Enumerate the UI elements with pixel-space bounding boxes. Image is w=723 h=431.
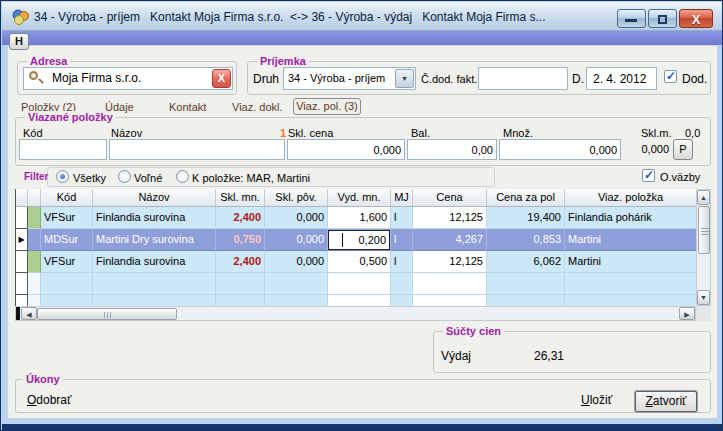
cdod-input[interactable] xyxy=(478,67,568,90)
h-toolbar-button[interactable]: H xyxy=(9,33,29,50)
table-cell[interactable] xyxy=(328,273,391,295)
table-cell[interactable] xyxy=(216,273,265,295)
table-cell[interactable]: 0,000 xyxy=(265,229,328,251)
scroll-right-button[interactable]: ▶ xyxy=(679,307,695,320)
table-cell[interactable]: 2,400 xyxy=(216,207,265,229)
skl-cena-input[interactable] xyxy=(287,139,405,160)
column-header-blank[interactable] xyxy=(28,189,41,206)
table-cell[interactable] xyxy=(93,295,216,306)
table-cell[interactable] xyxy=(28,229,41,251)
date-input[interactable] xyxy=(586,67,657,90)
row-selector[interactable] xyxy=(16,207,28,229)
table-cell[interactable]: l xyxy=(391,207,413,229)
table-cell[interactable]: Martini xyxy=(565,251,696,273)
minimize-button[interactable] xyxy=(617,9,646,28)
table-cell[interactable]: 12,125 xyxy=(413,251,487,273)
table-cell[interactable] xyxy=(16,273,28,295)
column-header-4[interactable]: Skl. pôv. xyxy=(265,189,328,206)
table-row-empty[interactable] xyxy=(16,295,696,306)
table-cell[interactable]: 12,125 xyxy=(413,207,487,229)
table-cell[interactable]: 4,267 xyxy=(413,229,487,251)
table-cell[interactable]: VFSur xyxy=(41,207,93,229)
column-header-9[interactable]: Viaz. položka xyxy=(565,189,696,206)
ulozit-action[interactable]: Uložiť xyxy=(581,393,612,407)
table-cell[interactable]: 1,600 xyxy=(328,207,391,229)
bal-input[interactable] xyxy=(407,139,497,160)
vyd-mn-edit-cell[interactable]: 0,200 xyxy=(328,230,390,250)
table-cell[interactable]: 2,400 xyxy=(216,251,265,273)
table-cell[interactable] xyxy=(413,295,487,306)
column-header-6[interactable]: MJ xyxy=(391,189,413,206)
tab-viaz-pol-active[interactable]: Viaz. pol. (3) xyxy=(293,98,361,115)
table-cell[interactable]: 0,853 xyxy=(487,229,565,251)
druh-combobox[interactable]: 34 - Výroba - príjem ▼ xyxy=(283,67,416,90)
table-cell[interactable]: Finlandia surovina xyxy=(93,207,216,229)
vertical-scroll-thumb[interactable] xyxy=(698,206,710,254)
table-cell[interactable]: VFSur xyxy=(41,251,93,273)
table-cell[interactable] xyxy=(28,295,41,306)
table-cell[interactable]: Martini xyxy=(565,229,696,251)
horizontal-scroll-thumb[interactable] xyxy=(37,308,177,320)
titlebar[interactable]: 34 - Výroba - príjem Kontakt Moja Firma … xyxy=(2,2,723,31)
close-button[interactable]: X xyxy=(679,9,713,28)
radio-k-polozke[interactable] xyxy=(176,170,189,183)
table-cell[interactable] xyxy=(93,273,216,295)
viazane-polozky-table[interactable]: KódNázovSkl. mn.Skl. pôv.Vyd. mn.MJCenaC… xyxy=(15,189,696,306)
tab-viaz-dokl[interactable]: Viaz. dokl. xyxy=(232,101,283,113)
ovazby-checkbox[interactable] xyxy=(642,169,655,182)
column-header-7[interactable]: Cena xyxy=(413,189,487,206)
table-row[interactable]: VFSurFinlandia surovina2,4000,0000,500l1… xyxy=(16,251,696,273)
table-cell[interactable]: 0,200 xyxy=(328,229,391,251)
table-cell[interactable] xyxy=(265,273,328,295)
table-cell[interactable]: Martini Dry surovina xyxy=(93,229,216,251)
table-cell[interactable] xyxy=(565,295,696,306)
vertical-scrollbar[interactable]: ▲ ▼ xyxy=(696,189,711,306)
chevron-down-icon[interactable]: ▼ xyxy=(395,69,414,88)
adresa-field[interactable]: Moja Firma s.r.o. xyxy=(23,67,233,90)
scroll-left-button[interactable]: ◀ xyxy=(21,307,37,320)
scroll-up-button[interactable]: ▲ xyxy=(697,190,710,205)
table-row[interactable]: VFSurFinlandia surovina2,4000,0001,600l1… xyxy=(16,207,696,229)
tab-kontakt[interactable]: Kontakt xyxy=(169,101,206,113)
table-row-selected[interactable]: ▶MDSurMartini Dry surovina0,7500,0000,20… xyxy=(16,229,696,251)
table-cell[interactable]: l xyxy=(391,229,413,251)
table-cell[interactable]: MDSur xyxy=(41,229,93,251)
column-header-3[interactable]: Skl. mn. xyxy=(216,189,265,206)
table-cell[interactable] xyxy=(216,295,265,306)
dod-checkbox[interactable] xyxy=(664,70,677,83)
zatvorit-button[interactable]: Zatvoriť xyxy=(635,391,697,412)
table-cell[interactable]: 19,400 xyxy=(487,207,565,229)
row-pointer-icon[interactable]: ▶ xyxy=(16,229,28,251)
row-marker-green[interactable] xyxy=(28,251,41,273)
column-header-1[interactable]: Kód xyxy=(41,189,93,206)
table-cell[interactable]: 0,000 xyxy=(265,207,328,229)
table-cell[interactable]: 6,062 xyxy=(487,251,565,273)
maximize-button[interactable] xyxy=(648,9,677,28)
horizontal-scrollbar[interactable]: ◀ ▶ xyxy=(15,306,696,321)
row-selector[interactable] xyxy=(16,251,28,273)
p-button[interactable]: P xyxy=(673,139,693,160)
table-cell[interactable] xyxy=(487,273,565,295)
row-marker-green[interactable] xyxy=(28,207,41,229)
table-cell[interactable] xyxy=(41,273,93,295)
table-cell[interactable] xyxy=(28,273,41,295)
column-header-blank[interactable] xyxy=(16,189,28,206)
adresa-clear-button[interactable]: X xyxy=(212,69,231,88)
column-header-8[interactable]: Cena za pol xyxy=(487,189,565,206)
table-cell[interactable]: 0,000 xyxy=(265,251,328,273)
table-cell[interactable] xyxy=(328,295,391,306)
mnoz-input[interactable] xyxy=(499,139,621,160)
table-cell[interactable] xyxy=(391,273,413,295)
nazov-input[interactable] xyxy=(109,139,285,160)
table-cell[interactable] xyxy=(41,295,93,306)
radio-volne[interactable] xyxy=(118,170,131,183)
column-header-2[interactable]: Názov xyxy=(93,189,216,206)
scroll-down-button[interactable]: ▼ xyxy=(697,290,710,305)
table-cell[interactable]: 0,500 xyxy=(328,251,391,273)
table-cell[interactable] xyxy=(487,295,565,306)
table-cell[interactable] xyxy=(413,273,487,295)
table-cell[interactable]: 0,750 xyxy=(216,229,265,251)
radio-vsetky[interactable] xyxy=(56,170,69,183)
table-cell[interactable] xyxy=(391,295,413,306)
table-cell[interactable]: l xyxy=(391,251,413,273)
